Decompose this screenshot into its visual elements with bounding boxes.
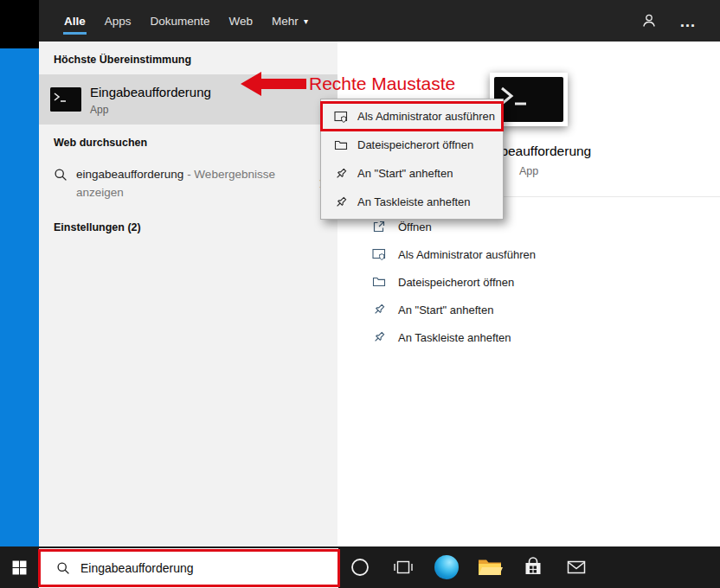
annotation-box-taskbar-search <box>38 549 340 587</box>
result-title: Eingabeaufforderung <box>90 84 211 101</box>
tab-mehr-label: Mehr <box>272 15 299 28</box>
web-search-header: Web durchsuchen <box>39 125 338 157</box>
action-open-file-location-label: Dateispeicherort öffnen <box>398 276 514 289</box>
pin-icon <box>372 330 386 344</box>
taskbar-icons <box>338 546 598 588</box>
app-subtitle: App <box>519 165 538 177</box>
edge-button[interactable] <box>425 546 468 588</box>
web-suggestion-text: eingabeaufforderung - Webergebnisse anze… <box>76 165 294 201</box>
pin-icon <box>334 167 348 181</box>
best-match-text: Eingabeaufforderung App <box>90 84 211 116</box>
context-menu-item-pin-to-start[interactable]: An "Start" anheften <box>321 159 503 188</box>
tab-web-label: Web <box>229 15 254 28</box>
store-button[interactable] <box>511 546 555 588</box>
action-pin-to-taskbar-label: An Taskleiste anheften <box>398 331 511 344</box>
tab-dokumente[interactable]: Dokumente <box>141 0 220 42</box>
pin-icon <box>334 195 348 209</box>
start-button[interactable] <box>0 546 39 588</box>
annotation-arrow <box>241 69 306 99</box>
annotation-label: Rechte Maustaste <box>309 73 455 95</box>
folder-icon <box>372 275 386 289</box>
mail-icon <box>565 558 588 577</box>
mail-button[interactable] <box>555 546 598 588</box>
folder-icon <box>334 138 348 152</box>
context-menu: Als Administrator ausführen Dateispeiche… <box>320 99 504 220</box>
pin-icon <box>372 303 386 316</box>
web-suggestion-row[interactable]: eingabeaufforderung - Webergebnisse anze… <box>39 157 338 209</box>
context-menu-item-run-as-admin[interactable]: Als Administrator ausführen <box>321 102 503 131</box>
context-menu-item-label: An "Start" anheften <box>357 167 453 180</box>
action-run-as-admin-label: Als Administrator ausführen <box>398 248 536 261</box>
action-pin-to-start-label: An "Start" anheften <box>398 304 493 316</box>
context-menu-item-label: Als Administrator ausführen <box>357 110 495 123</box>
windows-logo-icon <box>12 560 27 575</box>
tab-mehr[interactable]: Mehr▾ <box>262 0 318 42</box>
command-prompt-icon <box>50 87 81 112</box>
task-view-button[interactable] <box>382 546 425 588</box>
action-open-file-location[interactable]: Dateispeicherort öffnen <box>372 268 720 296</box>
admin-shield-icon <box>372 247 386 261</box>
more-options-icon[interactable]: … <box>679 13 696 29</box>
open-icon <box>372 220 386 233</box>
tab-apps[interactable]: Apps <box>95 0 141 42</box>
action-open-label: Öffnen <box>398 220 432 233</box>
context-menu-item-open-file-location[interactable]: Dateispeicherort öffnen <box>321 131 503 159</box>
result-subtitle: App <box>90 104 211 116</box>
results-panel: Höchste Übereinstimmung Eingabeaufforder… <box>39 42 338 546</box>
task-view-icon <box>393 559 414 576</box>
desktop-corner <box>0 0 39 48</box>
edge-icon <box>434 555 459 579</box>
search-filter-bar: Alle Apps Dokumente Web Mehr▾ … <box>39 0 720 42</box>
caret-down-icon: ▾ <box>304 16 308 26</box>
filter-tabs: Alle Apps Dokumente Web Mehr▾ <box>39 0 318 42</box>
action-run-as-admin[interactable]: Als Administrator ausführen <box>372 240 720 268</box>
context-menu-item-label: Dateispeicherort öffnen <box>357 138 473 151</box>
web-query: eingabeaufforderung <box>76 168 183 181</box>
file-explorer-icon <box>477 557 503 578</box>
context-menu-item-pin-to-taskbar[interactable]: An Taskleiste anheften <box>321 188 503 216</box>
tab-alle[interactable]: Alle <box>55 0 95 42</box>
settings-header: Einstellungen (2) <box>39 209 338 242</box>
tab-web[interactable]: Web <box>220 0 263 42</box>
topbar-right-icons: … <box>641 0 720 42</box>
screen: Alle Apps Dokumente Web Mehr▾ … Höchste … <box>0 0 720 588</box>
tab-dokumente-label: Dokumente <box>151 15 210 28</box>
search-icon <box>54 168 68 185</box>
action-pin-to-start[interactable]: An "Start" anheften <box>372 296 720 323</box>
tab-alle-label: Alle <box>64 15 86 28</box>
admin-shield-icon <box>334 110 348 124</box>
action-list: Öffnen Als Administrator ausführen Datei… <box>338 197 720 351</box>
file-explorer-button[interactable] <box>468 546 511 588</box>
cortana-icon <box>349 556 371 578</box>
tab-apps-label: Apps <box>105 15 132 28</box>
context-menu-item-label: An Taskleiste anheften <box>357 195 471 208</box>
action-pin-to-taskbar[interactable]: An Taskleiste anheften <box>372 323 720 351</box>
store-icon <box>522 556 544 578</box>
account-icon[interactable] <box>641 13 657 29</box>
command-prompt-icon-large <box>494 77 563 122</box>
desktop-background <box>0 48 39 546</box>
cortana-button[interactable] <box>338 546 382 588</box>
